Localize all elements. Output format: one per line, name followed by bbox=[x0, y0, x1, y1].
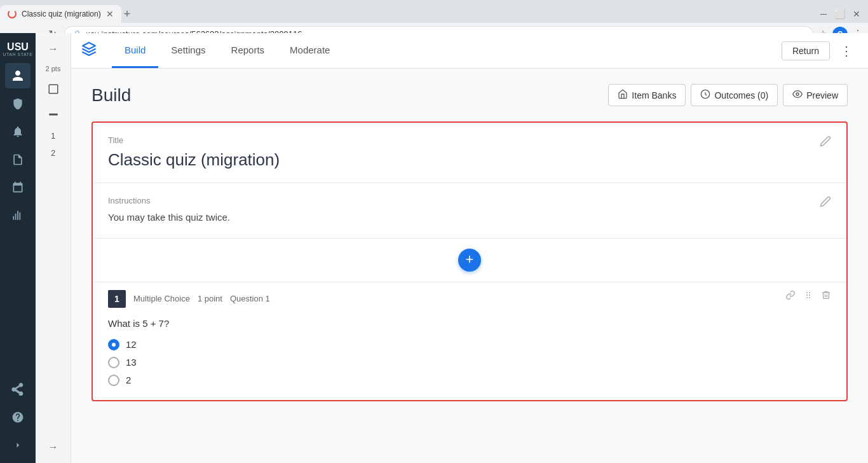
secondary-sidebar: → 2 pts 1 2 → bbox=[36, 33, 71, 463]
question-label: Question 1 bbox=[230, 294, 270, 303]
nav-actions: Return ⋮ bbox=[782, 41, 858, 61]
svg-point-5 bbox=[806, 294, 808, 296]
radio-empty-3 bbox=[108, 375, 119, 386]
question-drag-btn[interactable] bbox=[803, 290, 813, 303]
instructions-text: You may take this quiz twice. bbox=[108, 211, 831, 225]
question-type: Multiple Choice bbox=[133, 294, 190, 303]
add-icon: + bbox=[466, 252, 474, 266]
sidebar-item-chart[interactable] bbox=[5, 203, 31, 228]
preview-btn[interactable]: Preview bbox=[783, 84, 848, 106]
browser-tab[interactable]: Classic quiz (migration) ✕ bbox=[0, 5, 121, 23]
question-text: What is 5 + 7? bbox=[108, 318, 831, 329]
tab-title: Classic quiz (migration) bbox=[22, 10, 101, 18]
sidebar-num-1[interactable]: 1 bbox=[51, 128, 55, 143]
sidebar-item-document[interactable] bbox=[5, 147, 31, 172]
svg-point-6 bbox=[806, 297, 808, 298]
answer-option-1[interactable]: 12 bbox=[108, 339, 831, 350]
quiz-box: Title Classic quiz (migration) Instructi… bbox=[92, 121, 848, 401]
content-header: Build Item Banks Outcomes (0) bbox=[92, 84, 848, 106]
outcomes-btn[interactable]: Outcomes (0) bbox=[691, 84, 778, 106]
svg-point-4 bbox=[806, 292, 808, 293]
page-title: Build bbox=[92, 85, 131, 106]
tab-close-btn[interactable]: ✕ bbox=[106, 9, 114, 19]
sidebar-item-shield[interactable] bbox=[5, 91, 31, 116]
tab-moderate[interactable]: Moderate bbox=[277, 33, 342, 68]
title-label: Title bbox=[108, 135, 831, 145]
instructions-section: Instructions You may take this quiz twic… bbox=[93, 183, 846, 238]
svg-rect-0 bbox=[49, 85, 58, 93]
top-nav: Build Settings Reports Moderate Return ⋮ bbox=[71, 33, 868, 69]
item-banks-icon bbox=[618, 89, 628, 101]
item-banks-label: Item Banks bbox=[632, 90, 676, 100]
app-logo: USU UTAH STATE bbox=[3, 38, 33, 60]
maximize-btn[interactable]: ⬜ bbox=[834, 9, 845, 19]
question-actions bbox=[785, 290, 831, 303]
question-link-btn[interactable] bbox=[785, 290, 796, 303]
answer-option-2[interactable]: 13 bbox=[108, 357, 831, 368]
svg-rect-1 bbox=[49, 114, 58, 116]
radio-empty-2 bbox=[108, 357, 119, 368]
sidebar-item-notification[interactable] bbox=[5, 119, 31, 144]
sidebar-tool-2[interactable] bbox=[42, 103, 65, 126]
close-window-btn[interactable]: ✕ bbox=[853, 9, 860, 19]
secondary-expand-btn[interactable]: → bbox=[43, 436, 64, 458]
sidebar-item-user[interactable] bbox=[5, 63, 31, 88]
instructions-edit-btn[interactable] bbox=[820, 196, 831, 211]
item-banks-btn[interactable]: Item Banks bbox=[608, 84, 686, 106]
answer-text-2: 13 bbox=[126, 357, 137, 368]
svg-point-7 bbox=[809, 292, 810, 293]
nav-tabs: Build Settings Reports Moderate bbox=[112, 33, 342, 68]
add-btn-container: + bbox=[93, 238, 846, 282]
sidebar-item-calendar[interactable] bbox=[5, 175, 31, 200]
instructions-label: Instructions bbox=[108, 196, 831, 205]
question-number-badge: 1 bbox=[108, 290, 126, 308]
header-actions: Item Banks Outcomes (0) Preview bbox=[608, 84, 848, 106]
question-points: 1 point bbox=[198, 294, 222, 303]
sidebar-item-help[interactable] bbox=[5, 404, 31, 430]
preview-label: Preview bbox=[806, 90, 838, 100]
secondary-collapse-btn[interactable]: → bbox=[43, 38, 64, 60]
content-area: Build Item Banks Outcomes (0) bbox=[71, 69, 868, 463]
logo-usu-text: USU bbox=[7, 42, 29, 52]
tab-settings[interactable]: Settings bbox=[158, 33, 218, 68]
sidebar-tool-1[interactable] bbox=[42, 78, 65, 100]
tab-reports[interactable]: Reports bbox=[219, 33, 278, 68]
question-delete-btn[interactable] bbox=[821, 290, 831, 303]
question-header: 1 Multiple Choice 1 point Question 1 bbox=[108, 290, 831, 308]
svg-point-3 bbox=[796, 93, 799, 95]
svg-point-9 bbox=[809, 297, 810, 298]
answer-text-1: 12 bbox=[126, 339, 137, 350]
main-content: Build Settings Reports Moderate Return ⋮… bbox=[71, 33, 868, 463]
tab-favicon bbox=[8, 10, 17, 18]
add-item-btn[interactable]: + bbox=[458, 249, 481, 272]
outcomes-icon bbox=[700, 89, 710, 101]
title-edit-btn[interactable] bbox=[820, 135, 831, 150]
logo-sub-text: UTAH STATE bbox=[3, 52, 33, 57]
minimize-btn[interactable]: ─ bbox=[820, 9, 827, 19]
radio-filled-1 bbox=[108, 339, 119, 350]
svg-point-8 bbox=[809, 294, 810, 296]
outcomes-label: Outcomes (0) bbox=[714, 90, 768, 100]
question-section: 1 Multiple Choice 1 point Question 1 bbox=[93, 282, 846, 400]
nav-logo-icon bbox=[81, 41, 97, 60]
answer-option-3[interactable]: 2 bbox=[108, 375, 831, 386]
nav-logo bbox=[81, 41, 97, 60]
new-tab-btn[interactable]: + bbox=[124, 8, 131, 21]
sidebar-item-share[interactable] bbox=[5, 377, 31, 402]
sidebar-num-2[interactable]: 2 bbox=[51, 146, 55, 160]
return-button[interactable]: Return bbox=[782, 41, 830, 60]
quiz-title: Classic quiz (migration) bbox=[108, 150, 831, 170]
preview-icon bbox=[792, 89, 803, 101]
points-label: 2 pts bbox=[46, 62, 61, 75]
tab-build[interactable]: Build bbox=[112, 33, 158, 68]
answer-text-3: 2 bbox=[126, 375, 131, 385]
sidebar-collapse-btn[interactable] bbox=[5, 432, 31, 458]
left-sidebar: USU UTAH STATE bbox=[0, 33, 36, 463]
title-section: Title Classic quiz (migration) bbox=[93, 123, 846, 183]
more-options-btn[interactable]: ⋮ bbox=[835, 41, 858, 61]
question-meta: Multiple Choice 1 point Question 1 bbox=[133, 294, 270, 303]
